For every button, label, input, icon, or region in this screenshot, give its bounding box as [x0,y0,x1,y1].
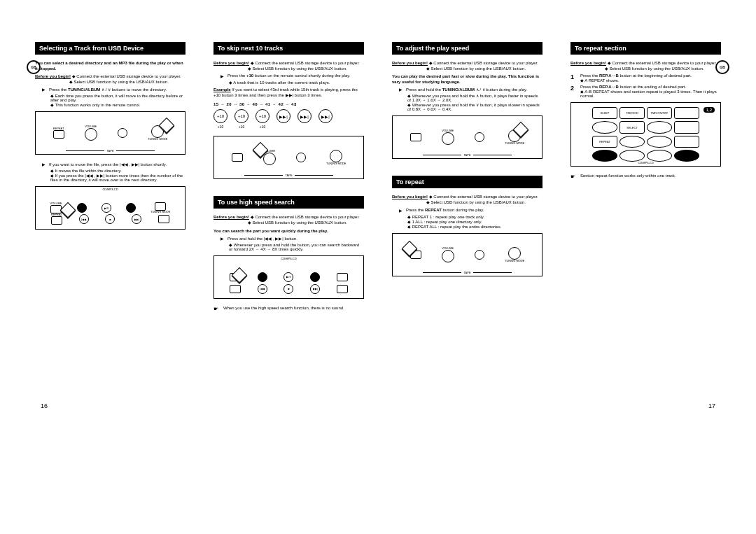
sec-title-playspeed: To adjust the play speed [392,42,542,55]
before-1: Connect the external USB storage device … [76,74,181,78]
page-number-right: 17 [708,402,715,409]
before-2: Select USB function by using the USB/AUX… [74,80,168,84]
note-text: If you want to move the file, press the … [49,162,186,167]
page-spread: Selecting a Track from USB Device You ca… [35,42,721,312]
step-badge: 1,2 [704,107,715,113]
button-sequence-row: +10+10 +10+10 +10+10 ▶▶| ▶▶| ▶▶| [214,109,364,129]
note-icon: ☛ [570,174,580,180]
step-text: Press the TUNING/ALBUM ∧ / ∨ buttons to … [49,87,186,92]
device-diagram-5: VOLUME TUNING MODE TAPE [392,115,542,159]
device-diagram-3: VOLUME TUNING MODE TAPE [214,136,364,179]
step-b2: This function works only in the remote c… [50,103,141,107]
device-diagram-1: REPEAT VOLUME TUNING MODE TAPE [35,111,186,155]
device-diagram-6: VOLUME TUNING MODE TAPE [392,233,542,276]
step-1-num: 1 [570,73,580,83]
foot-text: When you use the high speed search funct… [223,306,344,312]
device-diagram-2: CD/MP3-CD VOLUME ▶/II TUNING MODE REPEAT… [35,186,186,230]
note-mark: ▶ [42,162,49,167]
col-4: To repeat section Before you begin! ◆ Co… [570,42,721,312]
step-mark: ▶ [42,87,49,92]
page-number-left: 16 [41,402,48,409]
skip-sequence: 15 → 20 → 30 → 40 → 41 → 42 → 43 [214,102,364,106]
sec-title-repeat: To repeat [392,176,542,188]
sec-title-repeat-section: To repeat section [570,42,721,55]
remote-diagram: 1,2 SLEEP TREO/CD TMR ON/OFF SELECT REPE… [570,102,721,167]
foot-text: Section repeat function works only withi… [580,174,676,180]
sec-title-select-track: Selecting a Track from USB Device [35,42,186,55]
step-2-num: 2 [570,85,580,98]
col-1: Selecting a Track from USB Device You ca… [35,42,186,312]
sec-title-highspeed: To use high speed search [214,196,364,209]
device-diagram-4: CD/MP3-CD ▶/II |◀◀ ■ ▶▶| [214,255,364,299]
intro-text: You can select a desired directory and a… [35,61,183,71]
note-icon: ☛ [214,306,223,312]
sec-title-skip10: To skip next 10 tracks [214,42,364,55]
step-b1: Each time you press the button, it will … [50,94,183,102]
col-3: To adjust the play speed Before you begi… [392,42,542,312]
before-label: Before you begin! [35,74,71,78]
col-2: To skip next 10 tracks Before you begin!… [214,42,364,312]
note-b2: If you press the |◀◀ , ▶▶| button more t… [50,174,183,182]
